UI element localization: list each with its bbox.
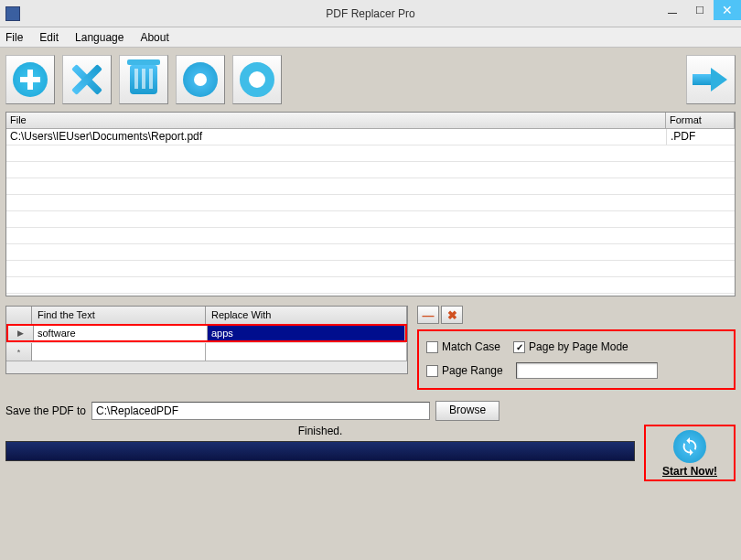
menu-file[interactable]: File	[5, 31, 23, 44]
find-cell[interactable]: software	[34, 326, 208, 340]
menubar: File Edit Language About	[0, 27, 741, 48]
replace-cell[interactable]: apps	[208, 326, 405, 340]
gear-icon	[183, 62, 218, 97]
file-path-cell: C:\Users\IEUser\Documents\Report.pdf	[6, 129, 666, 145]
page-range-input[interactable]	[516, 362, 658, 379]
save-label: Save the PDF to	[5, 404, 86, 417]
page-by-page-label: Page by Page Mode	[529, 340, 628, 353]
browse-button[interactable]: Browse	[435, 401, 499, 421]
arrow-right-icon	[693, 70, 729, 90]
save-path-input[interactable]: C:\ReplacedPDF	[91, 402, 430, 420]
plus-icon	[13, 62, 48, 97]
clear-button[interactable]	[119, 55, 168, 104]
col-format[interactable]: Format	[666, 113, 735, 128]
minimize-button[interactable]	[659, 0, 686, 20]
start-button[interactable]: Start Now!	[644, 425, 736, 481]
replace-row-new[interactable]: *	[6, 343, 407, 361]
replace-grid-header: Find the Text Replace With	[6, 307, 407, 325]
status-label: Finished.	[5, 425, 635, 437]
clear-rows-button[interactable]: ✖	[441, 306, 463, 324]
progress-bar	[5, 441, 635, 461]
row-new-icon: *	[6, 343, 32, 361]
window-controls: ☐ ✕	[659, 0, 741, 20]
page-range-label: Page Range	[442, 364, 503, 377]
replace-grid[interactable]: Find the Text Replace With ▶ software ap…	[5, 306, 408, 374]
page-by-page-checkbox[interactable]: Page by Page Mode	[513, 340, 628, 353]
remove-row-button[interactable]: —	[417, 306, 439, 324]
close-button[interactable]: ✕	[714, 0, 741, 20]
add-button[interactable]	[5, 55, 55, 104]
settings-button[interactable]	[176, 55, 225, 104]
file-list-header: File Format	[6, 113, 735, 129]
window-title: PDF Replacer Pro	[326, 7, 414, 20]
maximize-button[interactable]: ☐	[686, 0, 714, 20]
run-button[interactable]	[686, 55, 736, 104]
col-file[interactable]: File	[6, 113, 666, 128]
x-icon	[71, 64, 102, 95]
app-icon	[5, 6, 20, 21]
checkbox-icon	[426, 341, 438, 353]
menu-language[interactable]: Language	[75, 31, 124, 44]
find-cell-empty[interactable]	[32, 343, 206, 361]
replace-row[interactable]: ▶ software apps	[6, 324, 407, 342]
titlebar: PDF Replacer Pro ☐ ✕	[0, 0, 741, 27]
match-case-label: Match Case	[442, 340, 500, 353]
remove-button[interactable]	[62, 55, 112, 104]
trash-icon	[130, 65, 157, 94]
toolbar	[0, 48, 741, 112]
file-format-cell: .PDF	[666, 129, 735, 145]
menu-edit[interactable]: Edit	[39, 31, 59, 44]
refresh-icon	[673, 430, 706, 463]
checkbox-icon	[426, 365, 438, 377]
col-replace[interactable]: Replace With	[206, 307, 407, 324]
options-panel: Match Case Page by Page Mode Page Range	[417, 329, 736, 390]
col-find[interactable]: Find the Text	[32, 307, 206, 324]
checkbox-checked-icon	[513, 341, 525, 353]
row-indicator-icon: ▶	[8, 326, 34, 340]
file-row[interactable]: C:\Users\IEUser\Documents\Report.pdf .PD…	[6, 129, 735, 145]
match-case-checkbox[interactable]: Match Case	[426, 340, 500, 353]
replace-cell-empty[interactable]	[206, 343, 407, 361]
menu-about[interactable]: About	[140, 31, 168, 44]
mini-toolbar: — ✖	[417, 306, 736, 324]
help-button[interactable]	[232, 55, 282, 104]
lifebuoy-icon	[240, 62, 274, 97]
file-list[interactable]: File Format C:\Users\IEUser\Documents\Re…	[5, 112, 736, 296]
page-range-checkbox[interactable]: Page Range	[426, 364, 503, 377]
start-label: Start Now!	[662, 465, 717, 478]
